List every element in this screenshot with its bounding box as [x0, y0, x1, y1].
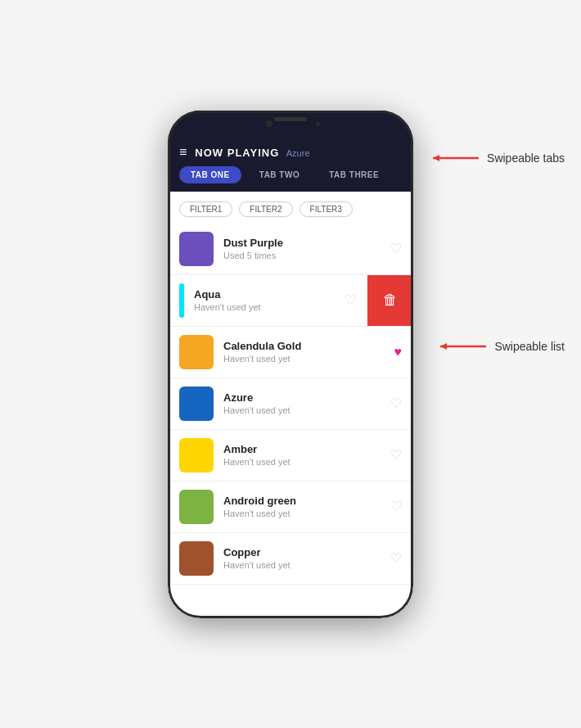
color-swatch-android-green: [179, 490, 214, 524]
heart-icon-amber[interactable]: ♡: [390, 447, 402, 463]
heart-icon-android-green[interactable]: ♡: [390, 499, 402, 514]
item-info-copper: Copper Haven't used yet: [223, 546, 390, 570]
color-swatch-amber: [179, 438, 214, 473]
item-info-amber: Amber Haven't used yet: [223, 443, 390, 467]
heart-icon-calendula[interactable]: ♥: [394, 345, 403, 359]
tabs-bar: TAB ONE TAB TWO TAB THREE: [168, 166, 413, 192]
color-swatch-copper: [179, 541, 214, 576]
annotation-swipeable-tabs-label: Swipeable tabs: [487, 151, 565, 165]
filters-row: FILTER1 FILTER2 FILTER3: [168, 192, 413, 224]
annotation-swipeable-tabs: Swipeable tabs: [431, 151, 565, 165]
tab-two[interactable]: TAB TWO: [248, 166, 311, 183]
color-swatch-dust-purple: [179, 232, 214, 266]
tab-one[interactable]: TAB ONE: [179, 166, 241, 183]
item-info-aqua: Aqua Haven't used yet: [194, 288, 345, 312]
hamburger-icon[interactable]: ≡: [179, 145, 187, 160]
arrow-swipeable-list: [439, 340, 488, 353]
svg-marker-1: [433, 155, 439, 161]
phone-front-camera: [266, 120, 272, 127]
svg-marker-3: [440, 343, 447, 350]
app-title: NOW PLAYING: [195, 147, 279, 159]
item-name-copper: Copper: [223, 546, 390, 558]
list-item-azure: Azure Haven't used yet ♡: [168, 378, 413, 430]
heart-icon-copper[interactable]: ♡: [390, 550, 402, 566]
item-info-calendula: Calendula Gold Haven't used yet: [223, 340, 394, 364]
annotation-swipeable-list-label: Swipeable list: [494, 340, 565, 353]
item-name-azure: Azure: [223, 391, 390, 404]
color-swatch-azure: [179, 387, 214, 421]
item-name-dust-purple: Dust Purple: [223, 237, 390, 249]
item-sub-dust-purple: Used 5 times: [223, 251, 390, 260]
heart-icon-azure[interactable]: ♡: [390, 396, 402, 411]
phone-speaker: [274, 117, 307, 121]
item-sub-azure: Haven't used yet: [223, 405, 390, 415]
item-info-azure: Azure Haven't used yet: [223, 391, 390, 415]
item-info-android-green: Android green Haven't used yet: [223, 495, 390, 518]
filter-chip-2[interactable]: FILTER2: [239, 201, 292, 217]
list-item: Dust Purple Used 5 times ♡: [168, 224, 413, 275]
heart-icon-dust-purple[interactable]: ♡: [390, 241, 402, 256]
app-subtitle: Azure: [286, 148, 310, 158]
item-sub-amber: Haven't used yet: [223, 457, 390, 467]
item-sub-copper: Haven't used yet: [223, 560, 390, 570]
list-item-calendula: Calendula Gold Haven't used yet ♥: [168, 327, 413, 378]
item-sub-android-green: Haven't used yet: [223, 509, 390, 518]
list-item-copper: Copper Haven't used yet ♡: [168, 533, 413, 585]
list-item-aqua: Aqua Haven't used yet ♡: [168, 275, 367, 326]
list-item-amber: Amber Haven't used yet ♡: [168, 430, 413, 482]
item-name-calendula: Calendula Gold: [223, 340, 394, 352]
trash-icon: 🗑: [383, 292, 398, 309]
app-header: ≡ NOW PLAYING Azure: [168, 137, 413, 166]
filter-chip-3[interactable]: FILTER3: [300, 201, 353, 217]
list-item-android-green: Android green Haven't used yet ♡: [168, 482, 413, 533]
item-name-android-green: Android green: [223, 495, 390, 507]
phone-frame: ≡ NOW PLAYING Azure TAB ONE TAB TWO TAB …: [168, 111, 413, 618]
content-area: FILTER1 FILTER2 FILTER3 Dust Purple Used…: [168, 192, 413, 618]
tab-three[interactable]: TAB THREE: [318, 166, 390, 183]
color-swatch-aqua: [179, 283, 184, 318]
phone-dot: [316, 122, 320, 126]
phone-screen: ≡ NOW PLAYING Azure TAB ONE TAB TWO TAB …: [168, 137, 413, 618]
item-name-aqua: Aqua: [194, 288, 345, 301]
arrow-swipeable-tabs: [431, 151, 480, 165]
item-sub-calendula: Haven't used yet: [223, 354, 394, 364]
item-sub-aqua: Haven't used yet: [194, 302, 345, 312]
heart-icon-aqua[interactable]: ♡: [345, 292, 356, 308]
filter-chip-1[interactable]: FILTER1: [179, 201, 232, 217]
delete-button-aqua[interactable]: 🗑: [367, 275, 413, 326]
phone-top-bar: [168, 111, 413, 137]
annotation-swipeable-list: Swipeable list: [439, 340, 565, 353]
item-info-dust-purple: Dust Purple Used 5 times: [223, 237, 390, 260]
item-name-amber: Amber: [223, 443, 390, 455]
page-wrapper: ≡ NOW PLAYING Azure TAB ONE TAB TWO TAB …: [0, 0, 581, 728]
swiped-row-aqua: Aqua Haven't used yet ♡ 🗑: [168, 275, 413, 327]
color-swatch-calendula: [179, 335, 214, 369]
